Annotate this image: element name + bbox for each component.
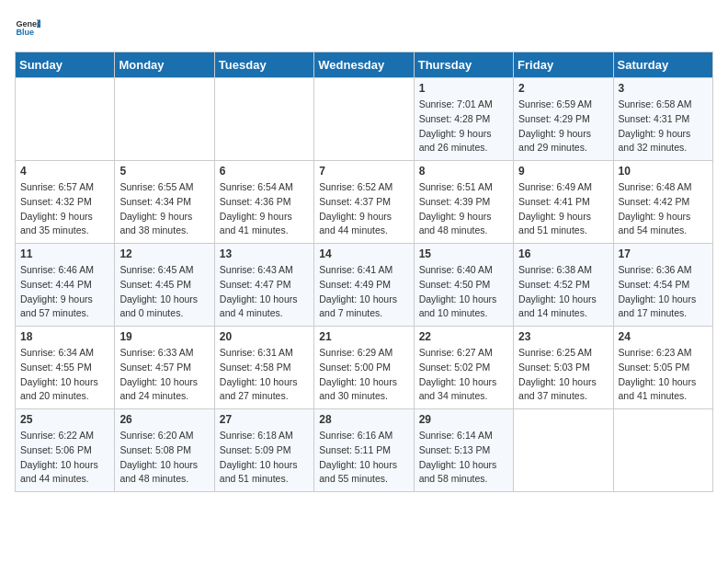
calendar-cell: 19Sunrise: 6:33 AMSunset: 4:57 PMDayligh… — [115, 327, 214, 409]
day-info: Sunrise: 6:57 AMSunset: 4:32 PMDaylight:… — [20, 180, 109, 238]
day-number: 23 — [518, 330, 608, 343]
day-number: 20 — [220, 330, 309, 343]
day-info: Sunrise: 6:46 AMSunset: 4:44 PMDaylight:… — [20, 263, 109, 321]
day-header-saturday: Saturday — [613, 52, 712, 78]
calendar-cell: 18Sunrise: 6:34 AMSunset: 4:55 PMDayligh… — [16, 327, 115, 409]
day-info: Sunrise: 6:27 AMSunset: 5:02 PMDaylight:… — [419, 346, 508, 404]
calendar-cell: 29Sunrise: 6:14 AMSunset: 5:13 PMDayligh… — [414, 409, 513, 492]
calendar-week-row: 1Sunrise: 7:01 AMSunset: 4:28 PMDaylight… — [16, 78, 713, 161]
day-number: 13 — [220, 247, 309, 260]
day-info: Sunrise: 6:52 AMSunset: 4:37 PMDaylight:… — [319, 180, 408, 238]
day-info: Sunrise: 6:29 AMSunset: 5:00 PMDaylight:… — [319, 346, 408, 404]
day-info: Sunrise: 6:14 AMSunset: 5:13 PMDaylight:… — [419, 429, 508, 487]
calendar-cell: 3Sunrise: 6:58 AMSunset: 4:31 PMDaylight… — [613, 78, 712, 161]
day-number: 25 — [20, 413, 109, 426]
calendar-cell: 12Sunrise: 6:45 AMSunset: 4:45 PMDayligh… — [115, 244, 214, 327]
calendar-cell — [115, 78, 214, 161]
day-info: Sunrise: 6:55 AMSunset: 4:34 PMDaylight:… — [119, 180, 209, 238]
day-info: Sunrise: 6:41 AMSunset: 4:49 PMDaylight:… — [319, 263, 408, 321]
calendar-week-row: 11Sunrise: 6:46 AMSunset: 4:44 PMDayligh… — [16, 244, 713, 327]
calendar-cell: 2Sunrise: 6:59 AMSunset: 4:29 PMDaylight… — [514, 78, 613, 161]
day-info: Sunrise: 6:59 AMSunset: 4:29 PMDaylight:… — [518, 98, 608, 155]
day-number: 5 — [119, 165, 209, 178]
day-number: 15 — [419, 247, 508, 260]
day-number: 28 — [319, 413, 408, 426]
day-number: 19 — [119, 330, 209, 343]
day-number: 7 — [319, 165, 408, 178]
calendar-cell: 26Sunrise: 6:20 AMSunset: 5:08 PMDayligh… — [115, 409, 214, 492]
day-number: 18 — [20, 330, 109, 343]
day-number: 24 — [619, 330, 708, 343]
day-number: 14 — [319, 247, 408, 260]
calendar-cell: 1Sunrise: 7:01 AMSunset: 4:28 PMDaylight… — [414, 78, 513, 161]
day-number: 29 — [419, 413, 508, 426]
calendar-cell — [514, 409, 613, 492]
day-number: 27 — [220, 413, 309, 426]
calendar-cell: 6Sunrise: 6:54 AMSunset: 4:36 PMDaylight… — [214, 161, 313, 244]
page-header: General Blue — [15, 15, 713, 40]
calendar-cell: 24Sunrise: 6:23 AMSunset: 5:05 PMDayligh… — [613, 327, 712, 409]
day-info: Sunrise: 6:20 AMSunset: 5:08 PMDaylight:… — [119, 429, 209, 487]
day-info: Sunrise: 6:25 AMSunset: 5:03 PMDaylight:… — [518, 346, 608, 404]
day-info: Sunrise: 6:22 AMSunset: 5:06 PMDaylight:… — [20, 429, 109, 487]
logo-icon: General Blue — [15, 15, 40, 40]
day-number: 17 — [619, 247, 708, 260]
day-header-monday: Monday — [115, 52, 214, 78]
day-number: 1 — [419, 82, 508, 95]
day-info: Sunrise: 6:58 AMSunset: 4:31 PMDaylight:… — [619, 98, 708, 155]
day-header-sunday: Sunday — [16, 52, 115, 78]
day-info: Sunrise: 6:43 AMSunset: 4:47 PMDaylight:… — [220, 263, 309, 321]
calendar-cell — [214, 78, 313, 161]
calendar-week-row: 25Sunrise: 6:22 AMSunset: 5:06 PMDayligh… — [16, 409, 713, 492]
calendar-cell: 4Sunrise: 6:57 AMSunset: 4:32 PMDaylight… — [16, 161, 115, 244]
day-info: Sunrise: 6:48 AMSunset: 4:42 PMDaylight:… — [619, 180, 708, 238]
day-number: 10 — [619, 165, 708, 178]
day-header-thursday: Thursday — [414, 52, 513, 78]
day-info: Sunrise: 6:18 AMSunset: 5:09 PMDaylight:… — [220, 429, 309, 487]
calendar-cell: 28Sunrise: 6:16 AMSunset: 5:11 PMDayligh… — [314, 409, 414, 492]
day-info: Sunrise: 7:01 AMSunset: 4:28 PMDaylight:… — [419, 98, 508, 155]
calendar-cell: 13Sunrise: 6:43 AMSunset: 4:47 PMDayligh… — [214, 244, 313, 327]
day-number: 2 — [518, 82, 608, 95]
day-info: Sunrise: 6:38 AMSunset: 4:52 PMDaylight:… — [518, 263, 608, 321]
day-info: Sunrise: 6:16 AMSunset: 5:11 PMDaylight:… — [319, 429, 408, 487]
day-number: 9 — [518, 165, 608, 178]
day-number: 4 — [20, 165, 109, 178]
calendar-cell: 9Sunrise: 6:49 AMSunset: 4:41 PMDaylight… — [514, 161, 613, 244]
calendar-cell: 17Sunrise: 6:36 AMSunset: 4:54 PMDayligh… — [613, 244, 712, 327]
calendar-cell: 14Sunrise: 6:41 AMSunset: 4:49 PMDayligh… — [314, 244, 414, 327]
calendar-cell: 11Sunrise: 6:46 AMSunset: 4:44 PMDayligh… — [16, 244, 115, 327]
day-number: 6 — [220, 165, 309, 178]
day-info: Sunrise: 6:23 AMSunset: 5:05 PMDaylight:… — [619, 346, 708, 404]
svg-text:General: General — [16, 19, 40, 29]
calendar-cell: 7Sunrise: 6:52 AMSunset: 4:37 PMDaylight… — [314, 161, 414, 244]
calendar-cell: 27Sunrise: 6:18 AMSunset: 5:09 PMDayligh… — [214, 409, 313, 492]
calendar-cell: 15Sunrise: 6:40 AMSunset: 4:50 PMDayligh… — [414, 244, 513, 327]
day-info: Sunrise: 6:51 AMSunset: 4:39 PMDaylight:… — [419, 180, 508, 238]
day-number: 3 — [619, 82, 708, 95]
calendar-cell: 20Sunrise: 6:31 AMSunset: 4:58 PMDayligh… — [214, 327, 313, 409]
day-header-wednesday: Wednesday — [314, 52, 414, 78]
day-number: 16 — [518, 247, 608, 260]
day-number: 12 — [119, 247, 209, 260]
svg-text:Blue: Blue — [16, 28, 34, 37]
day-number: 8 — [419, 165, 508, 178]
calendar-cell: 25Sunrise: 6:22 AMSunset: 5:06 PMDayligh… — [16, 409, 115, 492]
day-info: Sunrise: 6:45 AMSunset: 4:45 PMDaylight:… — [119, 263, 209, 321]
day-info: Sunrise: 6:49 AMSunset: 4:41 PMDaylight:… — [518, 180, 608, 238]
day-info: Sunrise: 6:34 AMSunset: 4:55 PMDaylight:… — [20, 346, 109, 404]
calendar-cell — [314, 78, 414, 161]
calendar-cell: 22Sunrise: 6:27 AMSunset: 5:02 PMDayligh… — [414, 327, 513, 409]
day-number: 26 — [119, 413, 209, 426]
calendar-cell: 8Sunrise: 6:51 AMSunset: 4:39 PMDaylight… — [414, 161, 513, 244]
calendar-cell: 5Sunrise: 6:55 AMSunset: 4:34 PMDaylight… — [115, 161, 214, 244]
day-info: Sunrise: 6:40 AMSunset: 4:50 PMDaylight:… — [419, 263, 508, 321]
day-header-friday: Friday — [514, 52, 613, 78]
day-number: 11 — [20, 247, 109, 260]
logo: General Blue — [15, 15, 40, 40]
calendar-week-row: 4Sunrise: 6:57 AMSunset: 4:32 PMDaylight… — [16, 161, 713, 244]
day-info: Sunrise: 6:54 AMSunset: 4:36 PMDaylight:… — [220, 180, 309, 238]
day-info: Sunrise: 6:36 AMSunset: 4:54 PMDaylight:… — [619, 263, 708, 321]
calendar-cell — [16, 78, 115, 161]
day-number: 22 — [419, 330, 508, 343]
